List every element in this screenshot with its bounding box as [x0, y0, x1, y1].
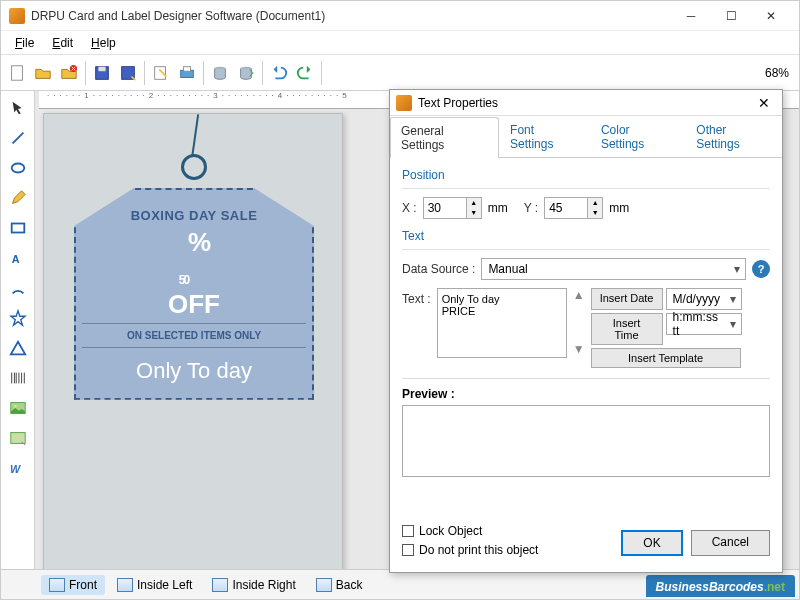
redo-icon[interactable]: [293, 61, 317, 85]
menu-file[interactable]: File: [7, 34, 42, 52]
menubar: File Edit Help: [1, 31, 799, 55]
pencil-tool-icon[interactable]: [5, 185, 31, 211]
svg-rect-0: [12, 65, 23, 79]
page-tab-inside-left[interactable]: Inside Left: [109, 575, 200, 595]
tag-hole: [181, 154, 207, 180]
pointer-tool-icon[interactable]: [5, 95, 31, 121]
x-label: X :: [402, 201, 417, 215]
database-icon[interactable]: [208, 61, 232, 85]
page-icon: [49, 578, 65, 592]
scroll-up-icon[interactable]: ▲: [573, 288, 585, 302]
insert-date-button[interactable]: Insert Date: [591, 288, 663, 310]
x-spinner[interactable]: ▲▼: [423, 197, 482, 219]
text-input[interactable]: Only To day PRICE: [437, 288, 567, 358]
print-icon[interactable]: [175, 61, 199, 85]
no-print-checkbox[interactable]: Do not print this object: [402, 543, 538, 557]
svg-rect-16: [10, 433, 24, 444]
y-spinner[interactable]: ▲▼: [544, 197, 603, 219]
y-down-icon[interactable]: ▼: [588, 208, 602, 218]
arc-tool-icon[interactable]: [5, 275, 31, 301]
tag-object[interactable]: BOXING DAY SALE 50% OFF ON SELECTED ITEM…: [74, 154, 314, 400]
page-tab-inside-right[interactable]: Inside Right: [204, 575, 303, 595]
page-icon: [316, 578, 332, 592]
app-icon: [9, 8, 25, 24]
triangle-tool-icon[interactable]: [5, 335, 31, 361]
x-input[interactable]: [424, 201, 466, 215]
time-format-select[interactable]: h:mm:ss tt: [666, 313, 742, 335]
dialog-titlebar[interactable]: Text Properties ✕: [390, 90, 782, 116]
picture-tool-icon[interactable]: [5, 425, 31, 451]
tab-font-settings[interactable]: Font Settings: [499, 116, 590, 157]
help-icon[interactable]: ?: [752, 260, 770, 278]
close-doc-icon[interactable]: [57, 61, 81, 85]
dialog-body: Position X : ▲▼ mm Y : ▲▼ mm Text Data S…: [390, 158, 782, 487]
close-button[interactable]: ✕: [751, 2, 791, 30]
dialog-tabs: General Settings Font Settings Color Set…: [390, 116, 782, 158]
y-unit: mm: [609, 201, 629, 215]
scroll-down-icon[interactable]: ▼: [573, 342, 585, 356]
dialog-icon: [396, 95, 412, 111]
position-group-label: Position: [402, 168, 770, 182]
date-format-select[interactable]: M/d/yyyy: [666, 288, 742, 310]
x-down-icon[interactable]: ▼: [467, 208, 481, 218]
tab-general-settings[interactable]: General Settings: [390, 117, 499, 158]
dialog-close-button[interactable]: ✕: [752, 95, 776, 111]
page-icon: [212, 578, 228, 592]
insert-template-button[interactable]: Insert Template: [591, 348, 741, 368]
wordart-tool-icon[interactable]: W: [5, 455, 31, 481]
side-toolbar: A W: [1, 91, 35, 569]
text-properties-dialog: Text Properties ✕ General Settings Font …: [389, 89, 783, 573]
design-canvas[interactable]: BOXING DAY SALE 50% OFF ON SELECTED ITEM…: [43, 113, 343, 569]
preview-label: Preview :: [402, 387, 770, 401]
ok-button[interactable]: OK: [621, 530, 682, 556]
image-tool-icon[interactable]: [5, 395, 31, 421]
text-tool-icon[interactable]: A: [5, 245, 31, 271]
y-label: Y :: [524, 201, 538, 215]
menu-help[interactable]: Help: [83, 34, 124, 52]
tag-percent: 50%: [82, 229, 306, 292]
line-tool-icon[interactable]: [5, 125, 31, 151]
y-input[interactable]: [545, 201, 587, 215]
new-icon[interactable]: [5, 61, 29, 85]
menu-edit[interactable]: Edit: [44, 34, 81, 52]
zoom-level[interactable]: 68%: [759, 66, 795, 80]
lock-object-checkbox[interactable]: Lock Object: [402, 524, 538, 538]
database-export-icon[interactable]: [234, 61, 258, 85]
dialog-title: Text Properties: [418, 96, 498, 110]
text-label: Text :: [402, 288, 431, 306]
text-group-label: Text: [402, 229, 770, 243]
saveas-icon[interactable]: [116, 61, 140, 85]
page-tab-front[interactable]: Front: [41, 575, 105, 595]
svg-point-11: [11, 164, 24, 173]
preview-box: [402, 405, 770, 477]
window-title: DRPU Card and Label Designer Software (D…: [31, 9, 671, 23]
datasource-select[interactable]: Manual: [481, 258, 746, 280]
barcode-tool-icon[interactable]: [5, 365, 31, 391]
save-icon[interactable]: [90, 61, 114, 85]
insert-time-button[interactable]: Insert Time: [591, 313, 663, 345]
undo-icon[interactable]: [267, 61, 291, 85]
watermark: BusinessBarcodes.net: [646, 575, 795, 597]
y-up-icon[interactable]: ▲: [588, 198, 602, 208]
tag-only-text[interactable]: Only To day: [82, 358, 306, 384]
maximize-button[interactable]: ☐: [711, 2, 751, 30]
cancel-button[interactable]: Cancel: [691, 530, 770, 556]
open-icon[interactable]: [31, 61, 55, 85]
x-up-icon[interactable]: ▲: [467, 198, 481, 208]
tab-other-settings[interactable]: Other Settings: [685, 116, 782, 157]
svg-text:W: W: [9, 463, 20, 475]
edit-icon[interactable]: [149, 61, 173, 85]
tag-off-text: OFF: [82, 294, 306, 315]
svg-line-10: [12, 133, 23, 144]
ellipse-tool-icon[interactable]: [5, 155, 31, 181]
tag-body: BOXING DAY SALE 50% OFF ON SELECTED ITEM…: [74, 188, 314, 400]
svg-text:A: A: [11, 253, 19, 265]
main-toolbar: 68%: [1, 55, 799, 91]
star-tool-icon[interactable]: [5, 305, 31, 331]
minimize-button[interactable]: ─: [671, 2, 711, 30]
rect-tool-icon[interactable]: [5, 215, 31, 241]
datasource-label: Data Source :: [402, 262, 475, 276]
page-tab-back[interactable]: Back: [308, 575, 371, 595]
titlebar: DRPU Card and Label Designer Software (D…: [1, 1, 799, 31]
tab-color-settings[interactable]: Color Settings: [590, 116, 685, 157]
